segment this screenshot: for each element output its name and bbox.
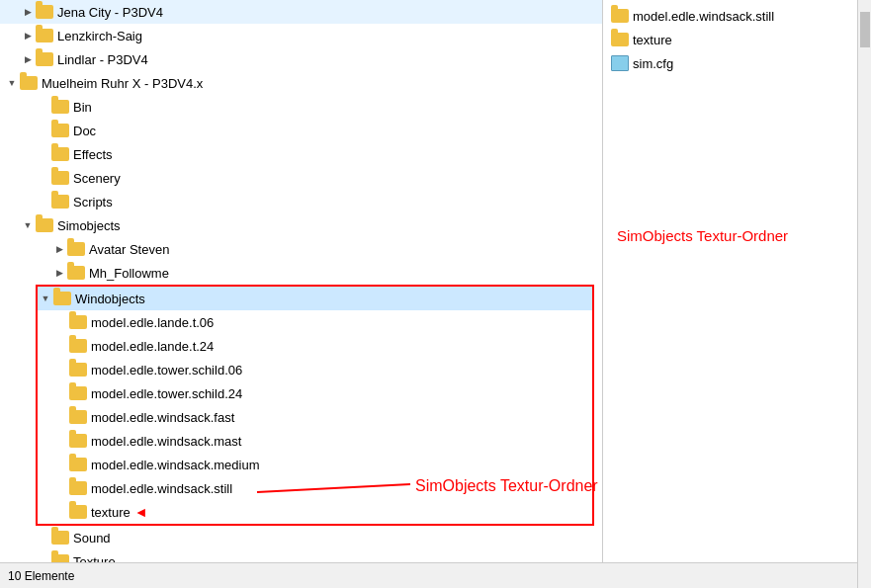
tree-item-doc[interactable]: Doc bbox=[0, 119, 602, 142]
folder-icon bbox=[51, 100, 69, 114]
tree-item-label: model.edle.windsack.medium bbox=[91, 458, 260, 472]
tree-item-jena[interactable]: Jena City - P3DV4 bbox=[0, 0, 602, 24]
tree-item-model4[interactable]: model.edle.tower.schild.24 bbox=[38, 381, 592, 405]
folder-icon bbox=[69, 505, 87, 519]
tree-item-label: model.edle.lande.t.06 bbox=[91, 315, 214, 330]
tree-item-model1[interactable]: model.edle.lande.t.06 bbox=[38, 310, 592, 334]
tree-item-simobjects[interactable]: Simobjects bbox=[0, 213, 602, 237]
tree-item-label: model.edle.windsack.still bbox=[91, 481, 232, 496]
tree-item-model7[interactable]: model.edle.windsack.medium bbox=[38, 453, 592, 476]
right-panel: SimObjects Textur-Ordner model.edle.wind… bbox=[603, 0, 871, 562]
folder-open-icon bbox=[53, 292, 71, 305]
folder-icon bbox=[51, 531, 69, 545]
scrollbar[interactable] bbox=[857, 0, 871, 562]
tree-item-mh-followme[interactable]: Mh_Followme bbox=[0, 261, 602, 285]
tree-item-label: Sound bbox=[73, 531, 111, 546]
folder-icon bbox=[69, 363, 87, 377]
folder-icon bbox=[67, 242, 85, 256]
folder-icon bbox=[69, 410, 87, 424]
right-panel-item-model[interactable]: model.edle.windsack.still bbox=[607, 4, 871, 28]
right-panel-item-label: texture bbox=[633, 33, 672, 47]
tree-item-label: model.edle.windsack.mast bbox=[91, 434, 241, 449]
expand-arrow[interactable] bbox=[20, 51, 36, 67]
right-panel-item-texture[interactable]: texture bbox=[607, 28, 871, 51]
tree-item-label: model.edle.tower.schild.24 bbox=[91, 386, 242, 401]
tree-item-label: Lenzkirch-Saig bbox=[57, 29, 142, 43]
expand-arrow[interactable] bbox=[20, 28, 36, 43]
tree-item-label: Lindlar - P3DV4 bbox=[57, 52, 148, 67]
tree-item-model2[interactable]: model.edle.lande.t.24 bbox=[38, 334, 592, 358]
folder-icon bbox=[67, 266, 85, 280]
tree-item-scripts[interactable]: Scripts bbox=[0, 190, 602, 213]
tree-item-scenery[interactable]: Scenery bbox=[0, 166, 602, 190]
tree-item-texture-w[interactable]: texture ◄ bbox=[38, 500, 592, 524]
right-panel-item-label: sim.cfg bbox=[633, 56, 673, 71]
folder-icon bbox=[51, 195, 69, 209]
tree-item-label: Bin bbox=[73, 100, 92, 115]
folder-icon bbox=[36, 5, 53, 19]
tree-item-avatar[interactable]: Avatar Steven bbox=[0, 237, 602, 261]
folder-icon bbox=[69, 481, 87, 495]
folder-icon bbox=[51, 554, 69, 562]
tree-item-texture-m[interactable]: Texture bbox=[0, 549, 602, 562]
expand-arrow[interactable] bbox=[20, 217, 36, 233]
tree-item-muelheim[interactable]: Muelheim Ruhr X - P3DV4.x bbox=[0, 71, 602, 95]
annotation-text: SimObjects Textur-Ordner bbox=[617, 227, 788, 244]
tree-item-label: Doc bbox=[73, 124, 96, 138]
folder-icon bbox=[69, 339, 87, 353]
tree-item-model6[interactable]: model.edle.windsack.mast bbox=[38, 429, 592, 453]
tree-item-lindlar[interactable]: Lindlar - P3DV4 bbox=[0, 47, 602, 71]
tree-item-label: Mh_Followme bbox=[89, 266, 169, 281]
expand-arrow[interactable] bbox=[51, 241, 67, 257]
tree-item-label: model.edle.windsack.fast bbox=[91, 410, 234, 425]
tree-item-label: Windobjects bbox=[75, 292, 145, 306]
tree-item-model3[interactable]: model.edle.tower.schild.06 bbox=[38, 358, 592, 381]
expand-arrow[interactable] bbox=[38, 291, 53, 306]
right-panel-item-simcfg[interactable]: sim.cfg bbox=[607, 51, 871, 75]
folder-icon bbox=[20, 76, 38, 90]
tree-item-label: model.edle.tower.schild.06 bbox=[91, 363, 242, 378]
tree-item-label: Muelheim Ruhr X - P3DV4.x bbox=[42, 76, 203, 91]
folder-icon bbox=[51, 124, 69, 137]
status-text: 10 Elemente bbox=[8, 569, 74, 583]
tree-item-label: Simobjects bbox=[57, 218, 121, 233]
file-tree-panel: Jena City - P3DV4 Lenzkirch-Saig Lindlar… bbox=[0, 0, 603, 562]
tree-item-windobjects[interactable]: Windobjects bbox=[38, 287, 592, 310]
tree-item-label: Effects bbox=[73, 147, 113, 162]
folder-icon bbox=[51, 171, 69, 185]
tree-item-model5[interactable]: model.edle.windsack.fast bbox=[38, 405, 592, 429]
tree-item-lenzkirch[interactable]: Lenzkirch-Saig bbox=[0, 24, 602, 47]
tree-item-sound[interactable]: Sound bbox=[0, 526, 602, 549]
folder-icon bbox=[36, 52, 53, 66]
expand-arrow[interactable] bbox=[51, 265, 67, 281]
tree-item-effects[interactable]: Effects bbox=[0, 142, 602, 166]
tree-item-label: texture bbox=[91, 505, 131, 520]
tree-item-label: Scripts bbox=[73, 195, 113, 210]
folder-icon bbox=[51, 147, 69, 161]
folder-icon bbox=[69, 315, 87, 329]
folder-icon bbox=[69, 434, 87, 448]
tree-item-label: Jena City - P3DV4 bbox=[57, 5, 163, 20]
right-panel-item-label: model.edle.windsack.still bbox=[633, 9, 774, 24]
status-bar: 10 Elemente bbox=[0, 562, 871, 588]
folder-icon bbox=[69, 386, 87, 400]
tree-item-label: Scenery bbox=[73, 171, 121, 186]
folder-icon bbox=[69, 458, 87, 471]
folder-icon bbox=[611, 9, 629, 23]
folder-icon bbox=[36, 218, 53, 232]
expand-arrow[interactable] bbox=[4, 75, 20, 91]
tree-item-bin[interactable]: Bin bbox=[0, 95, 602, 119]
tree-item-label: model.edle.lande.t.24 bbox=[91, 339, 214, 354]
right-panel-items: model.edle.windsack.still texture sim.cf… bbox=[607, 0, 871, 75]
tree-item-label: Avatar Steven bbox=[89, 242, 169, 257]
tree-item-label: Texture bbox=[73, 554, 116, 563]
tree-item-model8[interactable]: model.edle.windsack.still bbox=[38, 476, 592, 500]
annotation-arrow: ◄ bbox=[134, 504, 148, 520]
folder-icon bbox=[36, 29, 53, 42]
folder-icon bbox=[611, 33, 629, 46]
expand-arrow[interactable] bbox=[20, 4, 36, 20]
cfg-file-icon bbox=[611, 55, 629, 71]
